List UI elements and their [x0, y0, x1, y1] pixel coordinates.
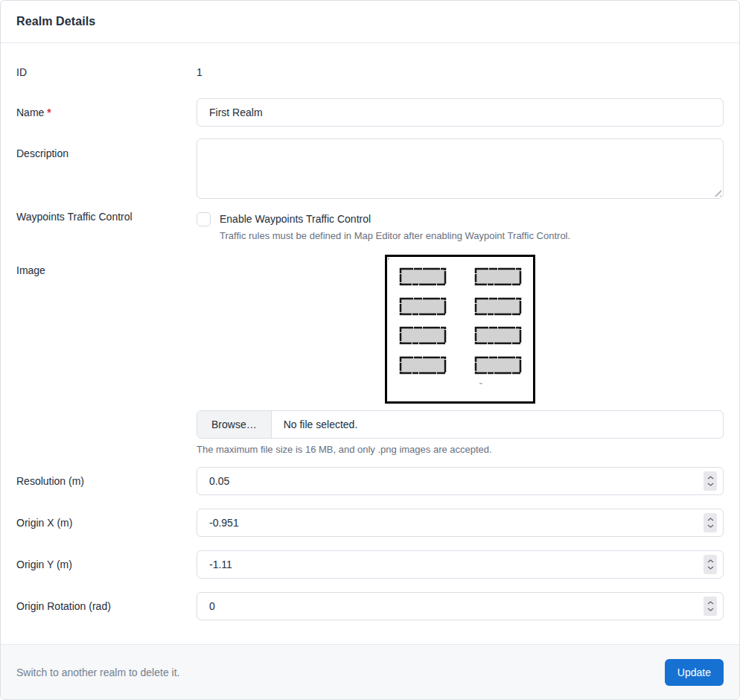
id-value: 1: [197, 66, 202, 78]
realm-form: ID 1 Name* Description Waypoints Traffic…: [1, 43, 739, 644]
delete-note: Switch to another realm to delete it.: [16, 666, 179, 678]
page-title: Realm Details: [16, 15, 95, 28]
chevron-up-icon: [707, 518, 714, 521]
chevron-up-icon: [707, 476, 714, 480]
realm-details-card: Realm Details ID 1 Name* Description: [0, 0, 740, 700]
origin-rotation-input[interactable]: [197, 592, 724, 620]
chevron-down-icon: [707, 524, 714, 528]
form-row-description: Description: [16, 139, 724, 199]
chevron-up-icon: [707, 601, 714, 605]
resolution-label: Resolution (m): [16, 475, 84, 487]
id-label: ID: [16, 66, 27, 78]
file-status-text: No file selected.: [272, 411, 370, 438]
form-row-waypoints-traffic-control: Waypoints Traffic Control Enable Waypoin…: [16, 211, 724, 243]
card-footer: Switch to another realm to delete it. Up…: [1, 644, 739, 699]
origin-y-label: Origin Y (m): [16, 559, 72, 570]
waypoints-traffic-control-label: Waypoints Traffic Control: [16, 203, 133, 223]
card-header: Realm Details: [1, 1, 739, 43]
map-image-wrap: [197, 255, 724, 404]
waypoints-checkbox-label[interactable]: Enable Waypoints Traffic Control: [220, 212, 570, 226]
spinner-up-button[interactable]: [706, 559, 715, 563]
image-help-text: The maximum file size is 16 MB, and only…: [197, 444, 724, 455]
spinner-up-button[interactable]: [706, 517, 715, 521]
form-row-resolution: Resolution (m): [16, 467, 724, 495]
name-label: Name: [16, 106, 44, 118]
origin-x-input[interactable]: [197, 509, 724, 537]
spinner-down-button[interactable]: [706, 482, 715, 486]
spinner-down-button[interactable]: [706, 565, 715, 570]
chevron-up-icon: [707, 559, 714, 563]
spinner-up-button[interactable]: [706, 475, 715, 480]
form-row-origin-y: Origin Y (m): [16, 550, 724, 579]
form-row-name: Name*: [16, 98, 724, 127]
form-row-id: ID 1: [16, 58, 724, 86]
origin-y-input[interactable]: [197, 550, 724, 579]
origin-y-spinner: [704, 555, 717, 574]
waypoints-traffic-control-checkbox[interactable]: [197, 212, 211, 226]
spinner-up-button[interactable]: [706, 600, 715, 605]
origin-x-label: Origin X (m): [16, 517, 72, 529]
origin-rotation-label: Origin Rotation (rad): [16, 600, 111, 612]
required-asterisk: *: [47, 106, 51, 118]
form-row-image: Image Browse… No file selected. The maxi…: [16, 255, 724, 455]
image-label: Image: [16, 255, 45, 276]
spinner-down-button[interactable]: [706, 524, 715, 528]
form-row-origin-x: Origin X (m): [16, 509, 724, 537]
description-textarea[interactable]: [197, 139, 724, 199]
realm-map-image: [385, 255, 535, 404]
resolution-spinner: [704, 471, 717, 491]
resolution-input[interactable]: [197, 467, 724, 495]
spinner-down-button[interactable]: [706, 607, 715, 611]
waypoints-help-text: Traffic rules must be defined in Map Edi…: [220, 229, 570, 243]
chevron-down-icon: [707, 566, 714, 570]
chevron-down-icon: [707, 608, 714, 611]
description-label: Description: [16, 139, 68, 159]
browse-button[interactable]: Browse…: [197, 411, 272, 438]
name-input[interactable]: [197, 98, 724, 127]
origin-rotation-spinner: [704, 596, 717, 616]
image-file-input[interactable]: Browse… No file selected.: [197, 410, 724, 439]
update-button[interactable]: Update: [665, 659, 724, 686]
form-row-origin-rotation: Origin Rotation (rad): [16, 592, 724, 620]
origin-x-spinner: [704, 513, 717, 532]
chevron-down-icon: [707, 483, 714, 486]
